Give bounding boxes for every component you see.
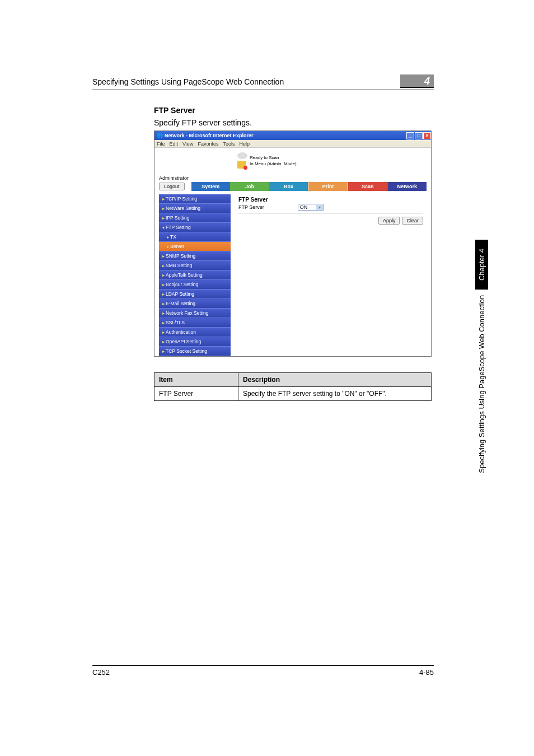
clear-button[interactable]: Clear [402, 217, 423, 225]
sidebar-item-label: OpenAPI Setting [166, 339, 201, 344]
side-tab-black: Chapter 4 [475, 240, 488, 290]
sidebar-item[interactable]: ▸OpenAPI Setting [159, 337, 231, 347]
tab-job[interactable]: Job [230, 182, 269, 191]
menu-help[interactable]: Help [239, 141, 250, 147]
sidebar: ▸TCP/IP Setting▸NetWare Setting▸IPP Sett… [159, 194, 231, 356]
sidebar-item[interactable]: ▾FTP Setting [159, 223, 231, 232]
tab-box[interactable]: Box [269, 182, 308, 191]
sidebar-item-label: SSL/TLS [166, 320, 185, 325]
menu-file[interactable]: File [157, 141, 165, 147]
sidebar-item[interactable]: ▸TCP/IP Setting [159, 194, 231, 204]
sidebar-item[interactable]: ▸E-Mail Setting [159, 299, 231, 309]
ftp-server-value: ON [300, 204, 308, 210]
sidebar-item[interactable]: ▸Authentication [159, 328, 231, 337]
sidebar-item-label: SMB Setting [166, 263, 192, 268]
chapter-badge: 4 [400, 74, 434, 88]
sidebar-item[interactable]: ▸SSL/TLS [159, 318, 231, 328]
panel-heading: FTP Server [238, 197, 423, 203]
printer-icon [237, 152, 247, 159]
maximize-icon[interactable]: □ [415, 132, 423, 139]
sidebar-item-label: AppleTalk Setting [166, 272, 203, 278]
menu-edit[interactable]: Edit [170, 141, 179, 147]
caret-right-icon: ▸ [162, 273, 165, 278]
sidebar-item[interactable]: ▸SMB Setting [159, 261, 231, 270]
main-panel: FTP Server FTP Server ON ▾ Apply Clear [235, 194, 427, 356]
table-head-desc: Description [238, 373, 432, 387]
chevron-down-icon: ▾ [316, 205, 323, 210]
caret-right-icon: ▸ [162, 292, 165, 297]
admin-mode-icon [237, 161, 246, 169]
sidebar-item-label: Server [170, 244, 184, 249]
sidebar-item-label: Bonjour Setting [166, 282, 198, 287]
sidebar-item-label: Authentication [166, 329, 196, 335]
sidebar-item-label: IPP Setting [166, 215, 189, 221]
sidebar-item-label: TCP/IP Setting [166, 196, 197, 202]
caret-right-icon: ▸ [162, 263, 165, 268]
sidebar-item[interactable]: ▸NetWare Setting [159, 204, 231, 213]
page-header: Specifying Settings Using PageScope Web … [92, 74, 434, 90]
caret-right-icon: ▸ [162, 320, 165, 325]
window-menubar[interactable]: File Edit View Favorites Tools Help [154, 140, 431, 148]
menu-tools[interactable]: Tools [223, 141, 235, 147]
caret-down-icon: ▾ [162, 225, 165, 230]
caret-right-icon: ▸ [162, 311, 165, 316]
table-cell-item: FTP Server [154, 387, 238, 401]
sidebar-item[interactable]: ▸AppleTalk Setting [159, 270, 231, 280]
sidebar-item-label: FTP Setting [166, 225, 191, 230]
caret-right-icon: ▸ [162, 206, 165, 211]
page-footer: C252 4-85 [92, 665, 434, 676]
window-titlebar: 🌐 Network - Microsoft Internet Explorer … [154, 131, 431, 140]
table-row: FTP ServerSpecify the FTP server setting… [154, 387, 432, 401]
section-title: FTP Server [154, 106, 434, 115]
sidebar-item-label: TCP Socket Setting [166, 348, 207, 354]
table-cell-desc: Specify the FTP server setting to "ON" o… [238, 387, 432, 401]
footer-left: C252 [92, 668, 110, 676]
menu-view[interactable]: View [182, 141, 193, 147]
caret-right-icon: ▸ [162, 330, 165, 335]
close-icon[interactable]: × [423, 132, 431, 139]
caret-right-icon: ▸ [162, 349, 165, 354]
caret-right-icon: ▸ [162, 254, 165, 259]
sidebar-item[interactable]: ▸TCP Socket Setting [159, 347, 231, 356]
apply-button[interactable]: Apply [378, 217, 400, 225]
sidebar-item[interactable]: ▸Server [159, 242, 231, 251]
ie-icon: 🌐 [157, 133, 163, 138]
side-chapter-tab: Chapter 4 Specifying Settings Using Page… [474, 240, 489, 643]
sidebar-item[interactable]: ▸SNMP Setting [159, 251, 231, 261]
caret-right-icon: ▸ [162, 216, 165, 221]
caret-right-icon: ▸ [162, 197, 165, 202]
sidebar-item[interactable]: ▸TX [159, 232, 231, 242]
sidebar-item-label: NetWare Setting [166, 206, 200, 211]
ftp-server-select[interactable]: ON ▾ [298, 204, 324, 211]
caret-right-icon: ▸ [162, 301, 165, 306]
sidebar-item-label: LDAP Setting [166, 291, 194, 297]
section-description: Specify FTP server settings. [154, 118, 434, 127]
sidebar-item[interactable]: ▸LDAP Setting [159, 290, 231, 299]
sidebar-item-label: TX [170, 234, 176, 240]
caret-right-icon: ▸ [167, 235, 169, 240]
logout-button[interactable]: Logout [159, 183, 185, 190]
menu-favorites[interactable]: Favorites [198, 141, 218, 147]
window-title: Network - Microsoft Internet Explorer [165, 133, 254, 138]
table-head-item: Item [154, 373, 238, 387]
embedded-screenshot: 🌐 Network - Microsoft Internet Explorer … [154, 130, 432, 357]
minimize-icon[interactable]: _ [406, 132, 414, 139]
sidebar-item[interactable]: ▸Network Fax Setting [159, 309, 231, 318]
sidebar-item[interactable]: ▸IPP Setting [159, 213, 231, 223]
tab-system[interactable]: System [191, 182, 231, 191]
sidebar-item-label: Network Fax Setting [166, 310, 209, 316]
footer-right: 4-85 [419, 668, 434, 676]
tab-scan[interactable]: Scan [348, 182, 387, 191]
status-ready: Ready to Scan [250, 155, 297, 160]
sidebar-item[interactable]: ▸Bonjour Setting [159, 280, 231, 290]
ftp-server-label: FTP Server [238, 204, 264, 210]
description-table: Item Description FTP ServerSpecify the F… [154, 372, 432, 401]
status-mode: In Menu (Admin. Mode) [250, 161, 297, 166]
tab-print[interactable]: Print [308, 182, 348, 191]
role-label: Administrator [159, 175, 427, 181]
sidebar-item-label: SNMP Setting [166, 253, 195, 259]
tab-network[interactable]: Network [387, 182, 427, 191]
header-title: Specifying Settings Using PageScope Web … [92, 77, 400, 86]
caret-right-icon: ▸ [167, 244, 169, 249]
side-tab-plain: Specifying Settings Using PageScope Web … [475, 290, 488, 479]
